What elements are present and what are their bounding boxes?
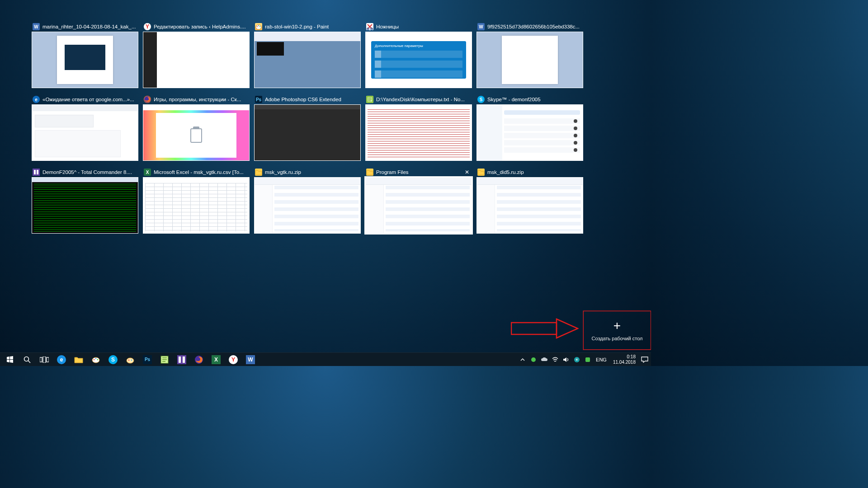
task-thumbnail[interactable] (254, 104, 361, 161)
tray-wifi-icon[interactable] (551, 355, 560, 364)
task-thumbnail[interactable] (365, 104, 472, 161)
word-icon: W (246, 355, 255, 364)
svg-point-17 (94, 359, 95, 360)
task-card[interactable]: Ps Adobe Photoshop CS6 Extended (254, 94, 361, 161)
edge-icon: e (33, 96, 40, 103)
task-card[interactable]: e «Ожидание ответа от google.com...»... (32, 94, 138, 161)
svg-point-20 (127, 358, 134, 363)
taskbar-start-button[interactable] (2, 353, 18, 366)
task-thumbnail[interactable] (32, 32, 138, 88)
task-card[interactable]: X Microsoft Excel - msk_vgtk.ru.csv [To.… (143, 167, 250, 234)
new-desktop-button[interactable]: + Создать рабочий стол (583, 311, 651, 350)
task-thumbnail[interactable] (143, 32, 250, 88)
task-card[interactable]: DemonF2005^ - Total Commander 8.... (32, 167, 138, 234)
taskbar-excel-button[interactable]: X (208, 353, 224, 366)
photoshop-icon: Ps (255, 96, 262, 103)
task-card[interactable]: Program Files ✕ (365, 167, 472, 234)
task-header: e «Ожидание ответа от google.com...»... (32, 94, 138, 104)
action-center-icon[interactable] (640, 355, 649, 364)
tray-volume-icon[interactable] (561, 355, 571, 364)
photoshop-icon: Ps (143, 355, 152, 364)
task-card[interactable]: rab-stol-win10-2.png - Paint (254, 22, 361, 88)
clock[interactable]: 0:18 11.04.2018 (610, 354, 638, 365)
svg-rect-11 (511, 323, 557, 334)
firefox-icon (194, 355, 203, 364)
task-card[interactable]: Игры, программы, инструкции - Ск... (143, 94, 250, 161)
task-thumbnail[interactable] (32, 177, 138, 234)
svg-point-21 (128, 359, 129, 360)
snipping-tool-icon (366, 23, 373, 30)
folder-icon (366, 169, 373, 176)
taskbar-total-commander-button[interactable] (174, 353, 190, 366)
task-thumbnail[interactable] (254, 177, 361, 234)
tray-eset-icon[interactable]: e (572, 355, 581, 364)
task-thumbnail[interactable] (476, 104, 583, 161)
taskbar-skype-button[interactable]: S (105, 353, 121, 366)
svg-rect-9 (34, 170, 36, 174)
word-icon: W (33, 23, 40, 30)
taskbar-firefox-button[interactable] (191, 353, 207, 366)
task-card[interactable]: Y Редактировать запись ‹ HelpAdmins.... (143, 22, 250, 88)
taskbar-search-button[interactable] (19, 353, 35, 366)
task-card[interactable]: W marina_rihter_10-04-2018-08-14_kak_... (32, 22, 138, 88)
total-commander-icon (33, 169, 40, 176)
task-card[interactable]: W 9f9252515d73d8602656b105ebd338c... (476, 22, 583, 88)
tray-yadisk-icon[interactable] (529, 355, 538, 364)
edge-icon: e (57, 355, 66, 364)
firefox-icon (144, 96, 151, 103)
language-indicator[interactable]: ENG (594, 357, 609, 362)
taskbar-notepadpp-button[interactable] (156, 353, 173, 366)
excel-icon: X (212, 355, 221, 364)
task-thumbnail[interactable] (32, 104, 138, 161)
task-title: Skype™ - demonf2005 (487, 97, 582, 102)
task-title: Program Files (376, 169, 458, 175)
task-title: Microsoft Excel - msk_vgtk.ru.csv [To... (154, 169, 249, 175)
task-header: W 9f9252515d73d8602656b105ebd338c... (476, 22, 583, 32)
search-icon (23, 355, 32, 364)
taskbar-paint-alt-button[interactable] (122, 353, 138, 366)
close-icon[interactable]: ✕ (463, 168, 471, 176)
task-header: Игры, программы, инструкции - Ск... (143, 94, 250, 104)
taskbar-photoshop-button[interactable]: Ps (139, 353, 156, 366)
task-title: msk_did5.ru.zip (487, 169, 582, 175)
task-thumbnail[interactable] (365, 177, 472, 234)
clock-date: 11.04.2018 (613, 360, 636, 365)
tray-onedrive-icon[interactable] (540, 355, 549, 364)
task-header: Program Files ✕ (365, 167, 472, 177)
task-header: D:\YandexDisk\Компьютеры.txt - No... (365, 94, 472, 104)
task-thumbnail[interactable] (476, 32, 583, 88)
task-thumbnail[interactable] (143, 177, 250, 234)
folder-icon (477, 169, 485, 176)
file-explorer-icon (74, 355, 83, 364)
taskbar: eSPsXYW e ENG 0:18 11.04.2018 (0, 352, 651, 366)
taskbar-paint-button[interactable] (88, 353, 104, 366)
task-card[interactable]: msk_did5.ru.zip (476, 167, 583, 234)
svg-rect-13 (40, 357, 42, 362)
start-icon (5, 355, 14, 364)
task-thumbnail[interactable]: Дополнительные параметры (365, 32, 472, 88)
task-thumbnail[interactable] (476, 177, 583, 234)
yandex-icon: Y (229, 355, 238, 364)
taskbar-yandex-button[interactable]: Y (225, 353, 241, 366)
task-title: «Ожидание ответа от google.com...»... (42, 97, 137, 102)
task-header: S Skype™ - demonf2005 (476, 94, 583, 104)
task-card[interactable]: S Skype™ - demonf2005 (476, 94, 583, 161)
tray-chevron-icon[interactable] (518, 355, 527, 364)
taskbar-edge-button[interactable]: e (53, 353, 70, 366)
tray-app-icon[interactable] (583, 355, 592, 364)
task-header: Ps Adobe Photoshop CS6 Extended (254, 94, 361, 104)
taskbar-word-button[interactable]: W (242, 353, 259, 366)
task-header: W marina_rihter_10-04-2018-08-14_kak_... (32, 22, 138, 32)
svg-point-2 (258, 25, 259, 26)
task-card[interactable]: msk_vgtk.ru.zip (254, 167, 361, 234)
task-header: msk_did5.ru.zip (476, 167, 583, 177)
clock-time: 0:18 (627, 354, 636, 360)
svg-point-1 (257, 26, 258, 27)
task-card[interactable]: D:\YandexDisk\Компьютеры.txt - No... (365, 94, 472, 161)
taskbar-file-explorer-button[interactable] (71, 353, 87, 366)
taskbar-task-view-button[interactable] (36, 353, 52, 366)
svg-rect-15 (47, 357, 49, 362)
task-thumbnail[interactable] (143, 104, 250, 161)
task-thumbnail[interactable] (254, 32, 361, 88)
task-card[interactable]: Ножницы Дополнительные параметры (365, 22, 472, 88)
